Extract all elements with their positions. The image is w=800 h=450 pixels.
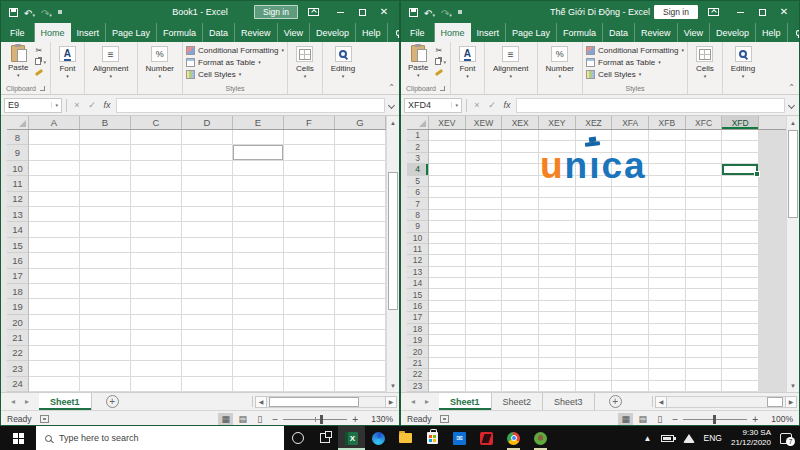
cell[interactable] (466, 255, 503, 266)
cell[interactable] (182, 361, 233, 376)
cell[interactable] (539, 221, 576, 232)
cell[interactable] (233, 315, 284, 330)
cell[interactable] (335, 222, 386, 237)
cell[interactable] (539, 335, 576, 346)
cell[interactable] (722, 324, 759, 335)
network-icon[interactable] (683, 434, 695, 443)
cell[interactable] (649, 141, 686, 152)
cell[interactable] (686, 176, 723, 187)
cell[interactable] (576, 164, 613, 175)
cell[interactable] (502, 369, 539, 380)
cell[interactable] (335, 346, 386, 361)
column-header-D[interactable]: D (182, 116, 233, 129)
cell[interactable] (284, 377, 335, 392)
cell[interactable] (429, 210, 466, 221)
cell[interactable] (131, 145, 182, 160)
cell[interactable] (284, 361, 335, 376)
cell[interactable] (284, 176, 335, 191)
collapse-ribbon-chevron[interactable]: ⌃ (788, 83, 795, 92)
enter-icon[interactable]: ✓ (86, 100, 98, 110)
cell[interactable] (686, 369, 723, 380)
row-header-11[interactable]: 11 (7, 176, 29, 191)
row-header-9[interactable]: 9 (407, 221, 429, 232)
row-header-14[interactable]: 14 (407, 278, 429, 289)
cell[interactable] (466, 312, 503, 323)
cell[interactable] (612, 153, 649, 164)
cell[interactable] (686, 346, 723, 357)
cell[interactable] (429, 335, 466, 346)
cell[interactable] (686, 153, 723, 164)
alignment-button[interactable]: ≡ Alignment ▾ (488, 44, 534, 80)
cell[interactable] (539, 289, 576, 300)
row-header-19[interactable]: 19 (7, 299, 29, 314)
cell[interactable] (131, 207, 182, 222)
cell[interactable] (80, 299, 131, 314)
cell[interactable] (576, 324, 613, 335)
cell[interactable] (722, 233, 759, 244)
cell[interactable] (429, 346, 466, 357)
cell[interactable] (233, 192, 284, 207)
cell[interactable] (576, 255, 613, 266)
cell[interactable] (182, 238, 233, 253)
cell[interactable] (576, 141, 613, 152)
cell[interactable] (131, 238, 182, 253)
page-layout-view-button[interactable]: ▤ (235, 413, 250, 426)
row-header-13[interactable]: 13 (407, 267, 429, 278)
cell[interactable] (466, 335, 503, 346)
cell[interactable] (466, 233, 503, 244)
cell[interactable] (182, 284, 233, 299)
zoom-out-button[interactable]: − (272, 414, 278, 425)
cell[interactable] (722, 153, 759, 164)
cell[interactable] (502, 198, 539, 209)
cell[interactable] (722, 130, 759, 141)
cell[interactable] (539, 244, 576, 255)
column-header-A[interactable]: A (29, 116, 80, 129)
cell[interactable] (80, 377, 131, 392)
cell[interactable] (649, 255, 686, 266)
cell[interactable] (539, 164, 576, 175)
cell[interactable] (649, 289, 686, 300)
tab-insert[interactable]: Insert (71, 23, 107, 42)
language-indicator[interactable]: ENG (704, 433, 722, 443)
cell[interactable] (686, 255, 723, 266)
row-header-24[interactable]: 24 (7, 377, 29, 392)
cell[interactable] (539, 267, 576, 278)
cell[interactable] (182, 176, 233, 191)
tab-develop[interactable]: Develop (310, 23, 356, 42)
tab-insert[interactable]: Insert (471, 23, 507, 42)
cell[interactable] (284, 284, 335, 299)
cell[interactable] (466, 153, 503, 164)
column-header-XFA[interactable]: XFA (612, 116, 649, 129)
redo-button[interactable]: ↷▾ (441, 3, 452, 21)
column-header-XEX[interactable]: XEX (502, 116, 539, 129)
cell[interactable] (429, 176, 466, 187)
sheet-nav-left-icon[interactable]: ◂ (11, 397, 15, 406)
new-sheet-button[interactable]: + (106, 395, 119, 408)
cell[interactable] (29, 269, 80, 284)
maximize-button[interactable] (351, 1, 373, 23)
cell[interactable] (649, 233, 686, 244)
cell[interactable] (649, 244, 686, 255)
tab-data[interactable]: Data (603, 23, 635, 42)
redo-button[interactable]: ↷▾ (41, 3, 52, 21)
cell[interactable] (131, 253, 182, 268)
cell[interactable] (335, 361, 386, 376)
cell[interactable] (576, 312, 613, 323)
close-button[interactable]: ✕ (773, 1, 795, 23)
cell[interactable] (29, 361, 80, 376)
row-header-5[interactable]: 5 (407, 176, 429, 187)
row-header-15[interactable]: 15 (7, 238, 29, 253)
undo-button[interactable]: ↶▾ (424, 3, 435, 21)
row-header-10[interactable]: 10 (407, 233, 429, 244)
macro-record-icon[interactable] (440, 415, 449, 423)
cell-styles-button[interactable]: Cell Styles▾ (186, 69, 284, 80)
cell[interactable] (80, 145, 131, 160)
cell[interactable] (466, 324, 503, 335)
cell[interactable] (502, 164, 539, 175)
cell[interactable] (131, 346, 182, 361)
cell[interactable] (649, 153, 686, 164)
column-header-F[interactable]: F (284, 116, 335, 129)
cell[interactable] (649, 221, 686, 232)
cell[interactable] (182, 130, 233, 145)
cell[interactable] (612, 130, 649, 141)
